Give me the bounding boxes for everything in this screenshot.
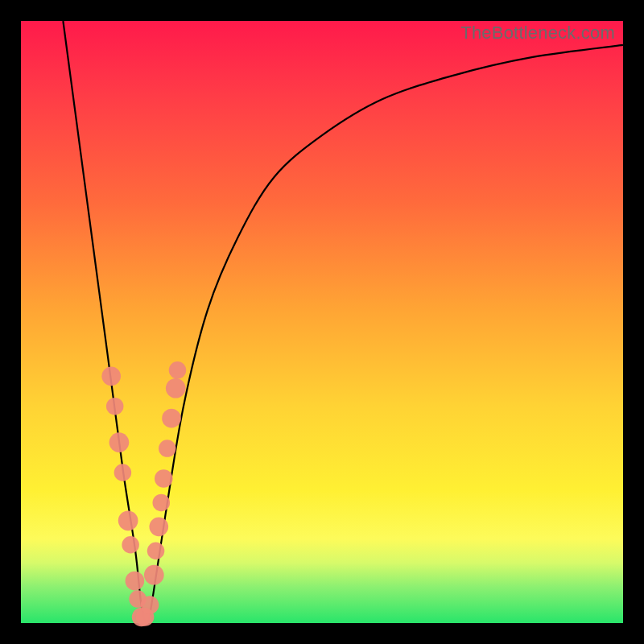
bottleneck-curve bbox=[63, 21, 623, 623]
data-marker bbox=[162, 409, 181, 428]
data-marker bbox=[159, 440, 176, 457]
data-markers bbox=[101, 361, 186, 626]
data-marker bbox=[118, 511, 138, 531]
chart-frame: TheBottleneck.com bbox=[0, 0, 644, 644]
data-marker bbox=[126, 572, 145, 591]
data-marker bbox=[147, 542, 165, 559]
data-marker bbox=[101, 367, 121, 386]
chart-svg bbox=[21, 21, 623, 623]
data-marker bbox=[109, 432, 130, 452]
data-marker bbox=[155, 469, 173, 488]
data-marker bbox=[122, 536, 139, 554]
data-marker bbox=[169, 361, 187, 379]
plot-area: TheBottleneck.com bbox=[21, 21, 623, 623]
data-marker bbox=[149, 518, 168, 537]
data-marker bbox=[141, 596, 159, 614]
data-marker bbox=[114, 464, 132, 481]
data-marker bbox=[166, 378, 186, 398]
data-marker bbox=[106, 398, 124, 415]
data-marker bbox=[144, 565, 164, 585]
data-marker bbox=[153, 494, 171, 512]
